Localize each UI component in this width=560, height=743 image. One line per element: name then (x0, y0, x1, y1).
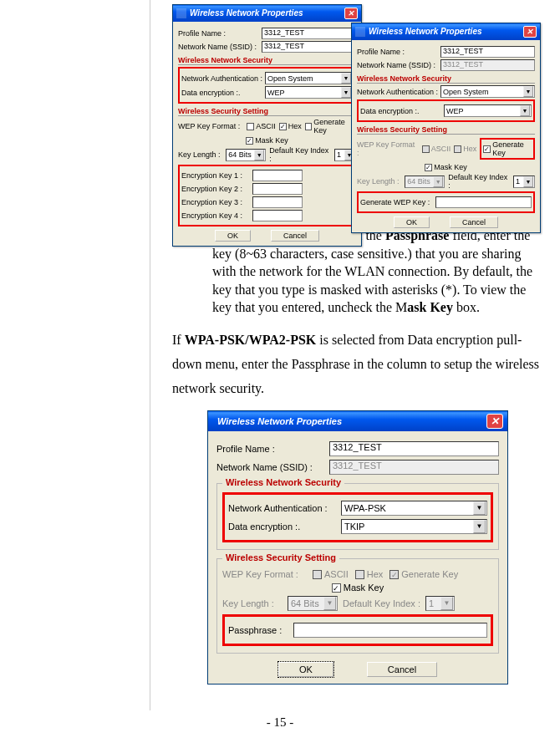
generate-wep-input[interactable] (435, 196, 532, 208)
enc-label: Data encryption :. (360, 107, 444, 115)
close-icon[interactable]: ✕ (486, 414, 503, 429)
profile-name-input[interactable]: 3312_TEST (262, 28, 356, 39)
key-length-select[interactable]: 64 Bits▼ (226, 149, 266, 161)
key-length-label: Key Length : (357, 177, 401, 186)
chevron-down-icon[interactable]: ▼ (341, 87, 351, 98)
chevron-down-icon: ▼ (433, 176, 443, 187)
cancel-button[interactable]: Cancel (450, 216, 498, 228)
enc-key3-input[interactable] (252, 196, 303, 208)
enc-key2-input[interactable] (252, 183, 303, 195)
cancel-button[interactable]: Cancel (367, 662, 437, 677)
chevron-down-icon[interactable]: ▼ (473, 501, 486, 515)
highlight-encryption: Data encryption :.WEP▼ (357, 99, 535, 122)
chevron-down-icon[interactable]: ▼ (254, 150, 264, 160)
ascii-checkbox: ASCII (422, 145, 451, 153)
enc-select[interactable]: WEP▼ (265, 86, 353, 99)
ok-button[interactable]: OK (278, 662, 333, 677)
highlight-passphrase: Passphrase : (222, 614, 493, 646)
top-screenshot-pair: Wireless Network Properties ✕ Profile Na… (172, 4, 543, 215)
wep-format-label: WEP Key Format : (222, 569, 306, 579)
generate-key-checkbox[interactable]: Generate Key (305, 118, 356, 135)
enc-key4-label: Encryption Key 4 : (181, 211, 252, 220)
chevron-down-icon: ▼ (323, 597, 336, 610)
chevron-down-icon[interactable]: ▼ (473, 520, 486, 533)
chevron-down-icon: ▼ (440, 597, 453, 610)
ssid-input[interactable]: 3312_TEST (262, 41, 356, 53)
wep-format-label: WEP Key Format : (357, 140, 419, 157)
ssid-input: 3312_TEST (440, 59, 535, 71)
highlight-encryption-keys: Encryption Key 1 : Encryption Key 2 : En… (178, 165, 356, 226)
default-key-index-select: 1▼ (425, 596, 455, 611)
default-key-index-select[interactable]: 1▼ (513, 176, 535, 188)
key-length-label: Key Length : (222, 598, 283, 608)
window-title: Wireless Network Properties (369, 23, 523, 40)
ssid-label: Network Name (SSID) : (357, 61, 440, 69)
ok-button[interactable]: OK (215, 230, 251, 242)
cancel-button[interactable]: Cancel (271, 230, 319, 242)
highlight-auth-encryption: Network Authentication :WPA-PSK▼ Data en… (222, 492, 493, 542)
hex-checkbox[interactable]: Hex (279, 122, 302, 130)
titlebar: Wireless Network Properties ✕ (173, 5, 361, 22)
enc-select[interactable]: TKIP▼ (341, 519, 487, 534)
profile-name-label: Profile Name : (216, 444, 329, 454)
group-security-setting: Wireless Security Setting WEP Key Format… (216, 558, 499, 654)
auth-label: Network Authentication : (181, 74, 265, 83)
chevron-down-icon[interactable]: ▼ (520, 105, 530, 116)
ascii-checkbox: ASCII (313, 569, 349, 579)
highlight-generate-key: Generate Key (480, 138, 535, 160)
group-security-setting: Wireless Security Setting (178, 107, 356, 116)
window-title: Wireless Network Properties (190, 5, 344, 22)
wep-format-label: WEP Key Format : (178, 122, 243, 130)
passphrase-input[interactable] (293, 623, 487, 638)
mask-key-checkbox[interactable]: Mask Key (246, 136, 288, 145)
close-icon[interactable]: ✕ (523, 26, 537, 38)
dialog-wep-keys: Wireless Network Properties ✕ Profile Na… (172, 4, 362, 247)
auth-select[interactable]: Open System▼ (265, 72, 353, 84)
left-margin-column (0, 0, 150, 710)
highlight-auth-encryption: Network Authentication :Open System▼ Dat… (178, 67, 356, 104)
auth-select[interactable]: Open System▼ (440, 85, 535, 98)
default-key-index-label: Default Key Index : (343, 598, 420, 608)
screenshot-wpa-dialog: Wireless Network Properties ✕ Profile Na… (207, 410, 508, 684)
generate-key-checkbox[interactable]: Generate Key (483, 140, 532, 157)
enc-select[interactable]: WEP▼ (444, 104, 532, 117)
mask-key-checkbox[interactable]: Mask Key (425, 163, 467, 171)
ssid-label: Network Name (SSID) : (178, 43, 262, 51)
app-icon (355, 27, 365, 37)
ascii-checkbox[interactable]: ASCII (247, 122, 276, 130)
dialog-generate-wep: Wireless Network Properties ✕ Profile Na… (351, 23, 541, 233)
titlebar: Wireless Network Properties ✕ (352, 23, 540, 40)
auth-select[interactable]: WPA-PSK▼ (341, 501, 487, 516)
hex-checkbox: Hex (454, 145, 476, 153)
profile-name-input[interactable]: 3312_TEST (440, 46, 535, 58)
chevron-down-icon[interactable]: ▼ (523, 176, 533, 187)
profile-name-input[interactable]: 3312_TEST (329, 441, 499, 456)
default-key-index-label: Default Key Index : (269, 146, 331, 163)
chevron-down-icon[interactable]: ▼ (341, 73, 351, 84)
group-network-security: Wireless Network Security (357, 74, 535, 84)
ssid-input: 3312_TEST (329, 460, 499, 475)
hex-checkbox: Hex (355, 569, 384, 579)
group-security-setting: Wireless Security Setting (357, 125, 535, 135)
key-length-select: 64 Bits▼ (405, 176, 445, 188)
generate-key-checkbox: Generate Key (389, 569, 458, 579)
paragraph-wpa-setup: If WPA-PSK/WPA2-PSK is selected from Dat… (172, 328, 543, 400)
ok-button[interactable]: OK (394, 216, 430, 228)
ssid-label: Network Name (SSID) : (216, 462, 329, 472)
chevron-down-icon[interactable]: ▼ (523, 86, 533, 97)
close-icon[interactable]: ✕ (344, 8, 358, 19)
mask-key-checkbox[interactable]: Mask Key (332, 583, 384, 593)
titlebar: Wireless Network Properties ✕ (208, 411, 507, 431)
profile-name-label: Profile Name : (357, 48, 440, 56)
passphrase-label: Passphrase : (228, 625, 293, 635)
enc-key4-input[interactable] (252, 210, 303, 221)
enc-key3-label: Encryption Key 3 : (181, 198, 252, 206)
auth-label: Network Authentication : (357, 88, 440, 96)
profile-name-label: Profile Name : (178, 29, 262, 38)
enc-key1-input[interactable] (252, 170, 303, 181)
page-number: - 15 - (0, 710, 560, 730)
default-key-index-label: Default Key Index : (448, 173, 510, 190)
group-network-security: Wireless Network Security (178, 56, 356, 65)
generate-wep-label: Generate WEP Key : (360, 198, 435, 206)
key-length-select: 64 Bits▼ (288, 596, 338, 611)
